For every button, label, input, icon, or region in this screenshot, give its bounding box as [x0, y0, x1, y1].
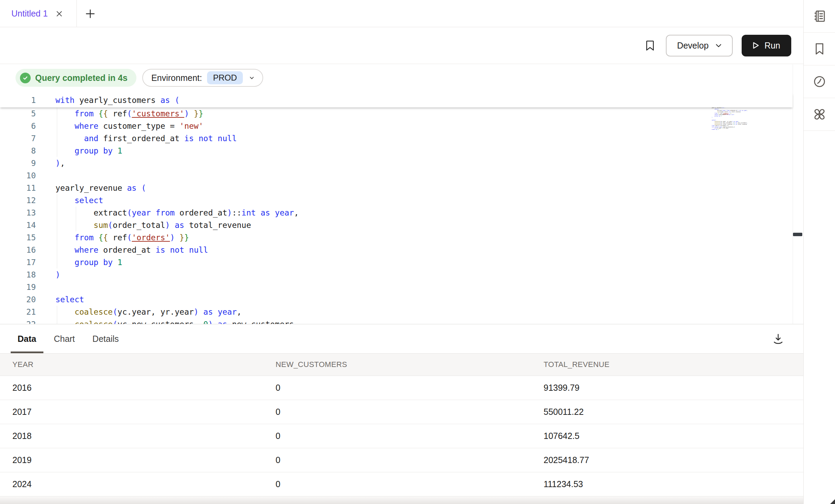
- horizontal-scrollbar-track[interactable]: [0, 496, 803, 504]
- environment-value-chip: PROD: [207, 71, 243, 84]
- results-panel: Data Chart Details YEAR NEW_CUSTOMERS TO…: [0, 324, 803, 504]
- line-number: 9: [0, 157, 36, 169]
- line-number: 12: [0, 194, 36, 207]
- code-line-22[interactable]: 22 coalesce(yc.new_customers, 0) as new_…: [0, 318, 793, 324]
- code-line-27[interactable]: order by 1: [712, 129, 753, 130]
- chevron-down-icon: [248, 74, 256, 82]
- results-table-header: YEAR NEW_CUSTOMERS TOTAL_REVENUE: [0, 353, 803, 376]
- table-row: 20240111234.53: [0, 472, 803, 496]
- line-number: 11: [0, 182, 36, 194]
- compass-icon[interactable]: [804, 98, 835, 131]
- run-button[interactable]: Run: [742, 35, 791, 56]
- tab-details[interactable]: Details: [92, 334, 118, 344]
- line-number: 15: [0, 231, 36, 244]
- line-number: 8: [0, 145, 36, 157]
- code-line-9[interactable]: 9),: [0, 157, 793, 169]
- column-header-new-customers: NEW_CUSTOMERS: [276, 354, 347, 376]
- scrollbar-thumb[interactable]: [793, 233, 802, 236]
- query-status-badge: Query completed in 4s: [16, 69, 136, 87]
- query-status-text: Query completed in 4s: [35, 73, 127, 83]
- download-icon[interactable]: [771, 332, 785, 346]
- run-label: Run: [764, 41, 780, 51]
- table-cell: 2017: [12, 400, 32, 424]
- code-line-7[interactable]: 7 and first_ordered_at is not null: [0, 132, 793, 145]
- environment-selector[interactable]: Environment: PROD: [142, 69, 263, 87]
- table-cell: 0: [276, 424, 280, 448]
- line-number: 21: [0, 306, 36, 318]
- code-line-1[interactable]: 1with yearly_customers as (: [0, 93, 793, 107]
- code-line-12[interactable]: 12 select: [0, 194, 793, 207]
- editor-tab-bar: Untitled 1: [0, 0, 803, 27]
- bookmark-icon[interactable]: [804, 33, 835, 65]
- develop-dropdown-button[interactable]: Develop: [666, 35, 733, 56]
- table-cell: 0: [276, 448, 280, 472]
- line-number: 18: [0, 269, 36, 281]
- sql-editor-pane[interactable]: Query completed in 4s Environment: PROD …: [0, 64, 803, 324]
- code-line-17[interactable]: 17 group by 1: [0, 256, 793, 269]
- line-number: 16: [0, 244, 36, 256]
- table-cell: 0: [276, 472, 280, 496]
- line-number: 22: [0, 318, 36, 324]
- line-number: 1: [0, 93, 36, 107]
- sticky-scroll-line[interactable]: 1with yearly_customers as (: [0, 93, 793, 107]
- table-cell: 2024: [12, 472, 32, 496]
- code-line-5[interactable]: 5 from {{ ref('customers') }}: [0, 107, 793, 120]
- column-header-total-revenue: TOTAL_REVENUE: [544, 354, 609, 376]
- line-number: 7: [0, 132, 36, 145]
- bookmark-icon[interactable]: [643, 38, 657, 53]
- code-line-11[interactable]: 11yearly_revenue as (: [0, 182, 793, 194]
- line-number: 6: [0, 120, 36, 132]
- line-number: 14: [0, 219, 36, 231]
- code-line-20[interactable]: 20select: [0, 293, 793, 306]
- close-tab-icon[interactable]: [55, 9, 64, 18]
- table-cell: 2025418.77: [544, 448, 589, 472]
- environment-label: Environment:: [151, 73, 202, 83]
- line-number: 20: [0, 293, 36, 306]
- code-line-8[interactable]: 8 group by 1: [0, 145, 793, 157]
- code-line-21[interactable]: 21 coalesce(yc.year, yr.year) as year,: [0, 306, 793, 318]
- code-line-18[interactable]: 18): [0, 269, 793, 281]
- code-line-14[interactable]: 14 sum(order_total) as total_revenue: [0, 219, 793, 231]
- file-tab-title: Untitled 1: [11, 9, 48, 19]
- editor-toolbar: Develop Run: [0, 27, 803, 64]
- line-number: 17: [0, 256, 36, 269]
- right-icon-rail: [803, 0, 835, 504]
- new-tab-button[interactable]: [84, 7, 97, 20]
- results-table-body: 2016091399.7920170550011.2220180107642.5…: [0, 376, 803, 496]
- table-cell: 0: [276, 376, 280, 400]
- line-number: 10: [0, 169, 36, 182]
- clock-icon[interactable]: [804, 65, 835, 98]
- code-line-6[interactable]: 6 where customer_type = 'new': [0, 120, 793, 132]
- file-tab-untitled-1[interactable]: Untitled 1: [0, 0, 77, 27]
- query-status-row: Query completed in 4s Environment: PROD: [16, 69, 263, 87]
- chevron-down-icon: [714, 41, 723, 50]
- column-header-year: YEAR: [12, 354, 33, 376]
- table-row: 20180107642.5: [0, 424, 803, 448]
- table-cell: 107642.5: [544, 424, 579, 448]
- tab-chart[interactable]: Chart: [54, 334, 75, 344]
- table-row: 201902025418.77: [0, 448, 803, 472]
- table-row: 20170550011.22: [0, 400, 803, 424]
- code-line-16[interactable]: 16 where ordered_at is not null: [0, 244, 793, 256]
- ide-window: Untitled 1 Develop Run: [0, 0, 835, 504]
- check-circle-icon: [20, 73, 31, 83]
- code-line-13[interactable]: 13 extract(year from ordered_at)::int as…: [0, 207, 793, 219]
- table-cell: 2016: [12, 376, 32, 400]
- table-cell: 2018: [12, 424, 32, 448]
- play-icon: [750, 40, 760, 51]
- code-line-15[interactable]: 15 from {{ ref('orders') }}: [0, 231, 793, 244]
- code-line-19[interactable]: 19: [0, 281, 793, 293]
- develop-label: Develop: [677, 41, 709, 51]
- table-row: 2016091399.79: [0, 376, 803, 400]
- tab-data[interactable]: Data: [18, 334, 36, 344]
- code-line-10[interactable]: 10: [0, 169, 793, 182]
- code-lines[interactable]: 5 from {{ ref('customers') }}6 where cus…: [0, 107, 793, 324]
- table-cell: 111234.53: [544, 472, 583, 496]
- table-cell: 0: [276, 400, 280, 424]
- line-number: 13: [0, 207, 36, 219]
- editor-scroll-gutter-divider: [793, 64, 793, 324]
- line-number: 19: [0, 281, 36, 293]
- resize-grip[interactable]: [830, 499, 835, 504]
- notebook-icon[interactable]: [804, 0, 835, 33]
- line-number: 5: [0, 107, 36, 120]
